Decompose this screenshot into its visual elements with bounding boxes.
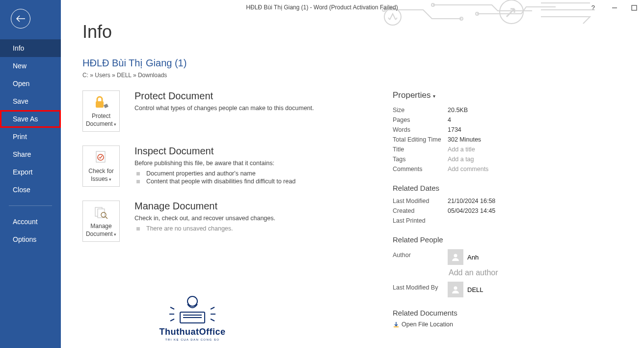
- svg-rect-12: [98, 209, 105, 218]
- watermark-logo: ThuthuatOffice TRI KE CUA DAN CONG SO: [143, 282, 242, 341]
- add-author-link[interactable]: Add an author: [449, 268, 498, 277]
- document-check-icon: [95, 149, 107, 166]
- prop-tags-add[interactable]: Add a tag: [448, 156, 474, 163]
- document-manage-icon: [94, 204, 108, 221]
- inspect-item: Content that people with disabilities fi…: [134, 177, 372, 185]
- nav-save[interactable]: Save: [0, 92, 61, 110]
- check-issues-button[interactable]: Check for Issues ▾: [82, 145, 120, 187]
- nav-open[interactable]: Open: [0, 75, 61, 92]
- prop-author-val: Anh: [467, 254, 479, 261]
- prop-tags-key: Tags: [393, 156, 448, 163]
- prop-title-add[interactable]: Add a title: [448, 146, 475, 153]
- prop-pages-key: Pages: [393, 116, 448, 123]
- inspect-title: Inspect Document: [134, 145, 372, 157]
- prop-words-key: Words: [393, 126, 448, 133]
- avatar-icon: [448, 282, 463, 297]
- prop-author-key: Author: [393, 248, 448, 280]
- nav-options[interactable]: Options: [0, 231, 61, 248]
- prop-created-key: Created: [393, 207, 448, 214]
- minimize-button[interactable]: [610, 4, 619, 11]
- protect-desc: Control what types of changes people can…: [134, 105, 372, 112]
- protect-button-label: Protect Document ▾: [83, 113, 119, 128]
- related-docs-heading: Related Documents: [393, 309, 622, 317]
- nav-separator: [9, 205, 52, 206]
- prop-lmb-key: Last Modified By: [393, 280, 448, 299]
- svg-point-6: [384, 8, 401, 25]
- svg-point-15: [454, 254, 457, 258]
- manage-document-button[interactable]: Manage Document ▾: [82, 201, 120, 242]
- svg-line-14: [106, 217, 107, 219]
- related-people-heading: Related People: [393, 235, 622, 244]
- inspect-desc: Before publishing this file, be aware th…: [134, 160, 372, 167]
- protect-title: Protect Document: [134, 90, 372, 102]
- check-issues-label: Check for Issues ▾: [83, 168, 119, 183]
- window-title: HĐLĐ Bùi Thị Giang (1) - Word (Product A…: [246, 4, 398, 11]
- avatar-icon: [448, 249, 463, 265]
- manage-title: Manage Document: [134, 201, 372, 212]
- ribbon-decoration: [379, 0, 595, 27]
- manage-desc: Check in, check out, and recover unsaved…: [134, 215, 372, 222]
- prop-pages-val: 4: [448, 116, 451, 123]
- back-button[interactable]: [11, 9, 30, 29]
- prop-created-val: 05/04/2023 14:45: [448, 207, 495, 214]
- main-content: Info HĐLĐ Bùi Thị Giang (1) C: » Users »…: [61, 0, 644, 348]
- svg-rect-1: [632, 5, 637, 10]
- prop-comments-add[interactable]: Add comments: [448, 166, 488, 173]
- document-path: C: » Users » DELL » Downloads: [82, 72, 622, 79]
- lock-icon: [94, 94, 108, 111]
- prop-lastmod-val: 21/10/2024 16:58: [448, 198, 495, 204]
- nav-share[interactable]: Share: [0, 145, 61, 163]
- nav-info[interactable]: Info: [0, 39, 61, 57]
- nav-account[interactable]: Account: [0, 213, 61, 231]
- open-file-location-link[interactable]: Open File Location: [393, 321, 622, 328]
- prop-lmb-val: DELL: [467, 286, 483, 293]
- prop-title-key: Title: [393, 146, 448, 153]
- manage-note: There are no unsaved changes.: [134, 225, 372, 232]
- properties-dropdown[interactable]: Properties ▾: [393, 90, 622, 100]
- nav-save-as[interactable]: Save As: [0, 110, 61, 128]
- svg-rect-17: [394, 326, 399, 327]
- manage-button-label: Manage Document ▾: [83, 223, 119, 238]
- svg-point-16: [454, 287, 457, 290]
- prop-comments-key: Comments: [393, 166, 448, 173]
- protect-document-button[interactable]: Protect Document ▾: [82, 90, 120, 132]
- prop-lastprint-key: Last Printed: [393, 217, 448, 224]
- prop-edit-key: Total Editing Time: [393, 136, 448, 143]
- nav-new[interactable]: New: [0, 57, 61, 75]
- document-title: HĐLĐ Bùi Thị Giang (1): [82, 57, 622, 69]
- prop-words-val: 1734: [448, 126, 461, 133]
- backstage-sidebar: Info New Open Save Save As Print Share E…: [0, 0, 61, 348]
- nav-close[interactable]: Close: [0, 181, 61, 199]
- nav-print[interactable]: Print: [0, 128, 61, 145]
- folder-arrow-icon: [393, 321, 400, 328]
- help-button[interactable]: ?: [591, 4, 595, 11]
- inspect-item: Document properties and author's name: [134, 170, 372, 177]
- prop-edit-val: 302 Minutes: [448, 136, 481, 143]
- prop-lastmod-key: Last Modified: [393, 198, 448, 204]
- prop-size-key: Size: [393, 107, 448, 114]
- svg-point-18: [188, 296, 197, 306]
- maximize-button[interactable]: [629, 4, 639, 11]
- related-dates-heading: Related Dates: [393, 184, 622, 192]
- nav-export[interactable]: Export: [0, 163, 61, 181]
- prop-size-val: 20.5KB: [448, 107, 468, 114]
- svg-rect-8: [96, 101, 104, 108]
